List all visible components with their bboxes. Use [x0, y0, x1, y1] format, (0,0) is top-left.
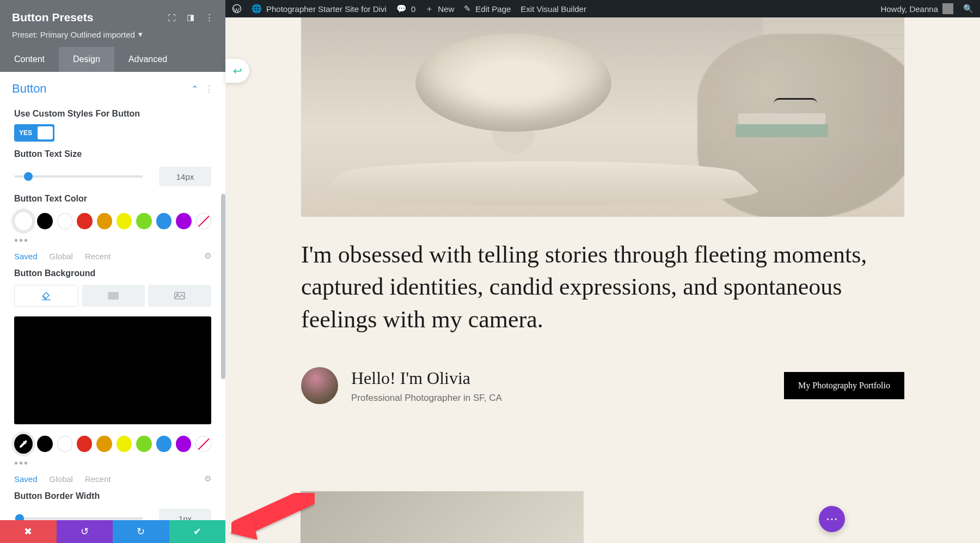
bg-swatch-purple[interactable] [176, 436, 191, 452]
input-text-size[interactable] [159, 167, 211, 186]
section-title[interactable]: Button [12, 82, 47, 96]
bg-swatch-tab-recent[interactable]: Recent [85, 474, 111, 484]
svg-point-2 [177, 294, 179, 296]
hero-image [301, 17, 904, 217]
section-header: Button ⌃ ⋮ [0, 72, 225, 101]
bg-swatch-green[interactable] [136, 436, 151, 452]
swatch-tab-recent[interactable]: Recent [85, 252, 111, 261]
panel-drag-handle[interactable]: ↩ [225, 59, 249, 83]
bg-swatch-tabs: Saved Global Recent ⚙ [14, 474, 211, 484]
bg-swatch-none[interactable] [195, 436, 211, 452]
toggle-yes-label: YES [19, 129, 32, 137]
edit-label: Edit Page [475, 4, 511, 14]
site-name: Photographer Starter Site for Divi [266, 4, 387, 14]
author-avatar [301, 367, 338, 404]
label-text-color: Button Text Color [14, 194, 211, 204]
swatch-purple[interactable] [176, 213, 191, 229]
toggle-custom-styles[interactable]: YES [14, 124, 54, 142]
howdy-link[interactable]: Howdy, Deanna [880, 3, 953, 14]
howdy-label: Howdy, Deanna [880, 4, 938, 14]
tab-design[interactable]: Design [59, 47, 114, 72]
wp-logo-icon[interactable] [232, 4, 242, 14]
bg-type-gradient[interactable] [82, 285, 145, 307]
wp-admin-bar: 🌐 Photographer Starter Site for Divi 💬 0… [225, 0, 980, 17]
swatch-red[interactable] [77, 213, 92, 229]
slider-border-width[interactable] [14, 517, 143, 520]
portfolio-button[interactable]: My Photography Portfolio [784, 372, 904, 399]
slider-text-size[interactable] [14, 175, 143, 178]
page-canvas: 🌐 Photographer Starter Site for Divi 💬 0… [225, 0, 980, 543]
tab-content[interactable]: Content [0, 47, 59, 72]
new-label: New [438, 4, 454, 14]
swatch-orange[interactable] [97, 213, 112, 229]
bg-type-image[interactable] [148, 285, 211, 307]
panel-body: Use Custom Styles For Button YES Button … [0, 101, 225, 520]
edit-page-link[interactable]: ✎ Edit Page [464, 4, 511, 14]
swatch-green[interactable] [136, 213, 151, 229]
dock-icon[interactable]: ◨ [187, 13, 194, 22]
bg-swatch-blue[interactable] [156, 436, 171, 452]
search-icon[interactable]: 🔍 [963, 4, 973, 14]
scrollbar[interactable] [221, 194, 225, 379]
content-wrap: I'm obsessed with telling stories throug… [301, 239, 904, 404]
bg-color-swatches [14, 434, 211, 454]
chevron-down-icon: ▾ [138, 29, 143, 39]
bg-type-row [14, 285, 211, 307]
bg-swatch-red[interactable] [77, 436, 92, 452]
bg-gear-icon[interactable]: ⚙ [204, 474, 211, 484]
label-border-width: Button Border Width [14, 491, 211, 501]
bg-swatch-tab-global[interactable]: Global [50, 474, 73, 484]
site-link[interactable]: 🌐 Photographer Starter Site for Divi [252, 4, 387, 14]
bg-preview[interactable] [14, 316, 211, 424]
author-subtitle: Professional Photographer in SF, CA [351, 393, 502, 404]
label-custom-styles: Use Custom Styles For Button [14, 109, 211, 119]
lower-image [301, 491, 584, 543]
bg-swatch-black[interactable] [37, 436, 52, 452]
more-icon[interactable]: ⋮ [205, 13, 213, 22]
swatch-current[interactable] [14, 211, 33, 231]
preset-selector[interactable]: Preset: Primary Outlined imported ▾ [12, 29, 213, 39]
svg-rect-0 [108, 292, 119, 300]
exit-builder-link[interactable]: Exit Visual Builder [520, 4, 586, 14]
bg-swatch-orange[interactable] [96, 436, 112, 452]
sidebar-header: Button Presets ⛶ ◨ ⋮ Preset: Primary Out… [0, 0, 225, 47]
undo-button[interactable]: ↺ [57, 520, 113, 543]
swatch-black[interactable] [37, 213, 52, 229]
text-color-swatches [14, 211, 211, 231]
save-button[interactable]: ✔ [169, 520, 226, 543]
redo-button[interactable]: ↻ [113, 520, 169, 543]
collapse-icon[interactable]: ⌃ [191, 84, 198, 94]
divi-fab[interactable]: ⋯ [819, 506, 845, 532]
sidebar-title: Button Presets [12, 11, 93, 24]
footer-bar: ✖ ↺ ↻ ✔ [0, 520, 225, 543]
section-more-icon[interactable]: ⋮ [205, 84, 213, 94]
slider-thumb-border[interactable] [15, 514, 24, 520]
eyedropper-icon[interactable] [14, 434, 33, 454]
author-name: Hello! I'm Olivia [351, 368, 502, 388]
settings-sidebar: Button Presets ⛶ ◨ ⋮ Preset: Primary Out… [0, 0, 225, 543]
bg-swatch-white[interactable] [57, 436, 73, 452]
swatch-blue[interactable] [156, 213, 171, 229]
swatch-tab-global[interactable]: Global [50, 252, 73, 261]
bg-swatch-more-icon[interactable]: ••• [14, 457, 211, 469]
cancel-button[interactable]: ✖ [0, 520, 57, 543]
bg-swatch-tab-saved[interactable]: Saved [14, 474, 38, 484]
avatar-icon [942, 3, 953, 14]
slider-thumb[interactable] [24, 172, 33, 181]
gear-icon[interactable]: ⚙ [204, 251, 211, 261]
bg-type-color[interactable] [14, 285, 78, 307]
label-background: Button Background [14, 269, 211, 278]
comments-count: 0 [411, 4, 415, 14]
bg-swatch-yellow[interactable] [117, 436, 132, 452]
toggle-knob [38, 126, 53, 139]
swatch-tab-saved[interactable]: Saved [14, 252, 38, 261]
swatch-white[interactable] [57, 213, 73, 229]
focus-icon[interactable]: ⛶ [168, 13, 176, 22]
input-border-width[interactable] [159, 509, 211, 520]
tab-advanced[interactable]: Advanced [114, 47, 181, 72]
swatch-yellow[interactable] [117, 213, 132, 229]
swatch-none[interactable] [196, 213, 212, 229]
swatch-more-icon[interactable]: ••• [14, 234, 211, 247]
comments-link[interactable]: 💬 0 [396, 4, 415, 14]
new-link[interactable]: ＋ New [425, 4, 454, 14]
